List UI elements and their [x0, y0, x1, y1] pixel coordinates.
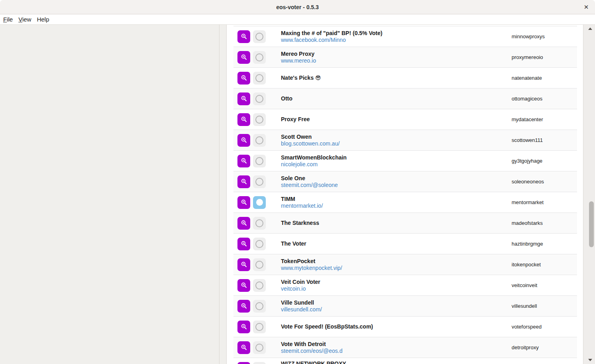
proxy-row: Scott Owen blog.scottowen.com.au/ scotto… — [233, 130, 577, 150]
proxy-radio[interactable] — [253, 72, 266, 85]
scroll-down-icon[interactable] — [588, 359, 592, 361]
proxy-row: WIZZ NETWORK PROXY — [233, 358, 577, 364]
close-icon[interactable]: ✕ — [581, 2, 592, 13]
proxy-row: Ville Sundell villesundell.com/ villesun… — [233, 295, 577, 316]
proxy-radio[interactable] — [253, 217, 266, 230]
proxy-radio[interactable] — [253, 51, 266, 64]
proxy-url-link[interactable]: villesundell.com/ — [281, 306, 322, 313]
proxy-radio[interactable] — [253, 258, 266, 271]
proxy-row: Maxing the # of "paid" BP! (0.5% Vote) w… — [233, 26, 577, 47]
proxy-url-link[interactable]: www.mereo.io — [281, 57, 316, 64]
proxy-row: The Voter haztinbrgmge — [233, 233, 577, 254]
scroll-up-icon[interactable] — [588, 28, 592, 30]
view-proxy-button[interactable] — [237, 134, 250, 147]
scrollbar-thumb[interactable] — [589, 201, 594, 247]
proxy-account: soleoneoneos — [512, 171, 577, 192]
proxy-row-buttons — [233, 275, 271, 295]
proxy-radio[interactable] — [253, 321, 266, 333]
view-proxy-button[interactable] — [237, 300, 250, 313]
proxy-url-link[interactable]: veitcoin.io — [281, 285, 306, 292]
proxy-row-buttons — [233, 109, 271, 130]
menu-file[interactable]: File — [3, 16, 13, 23]
proxy-row-buttons — [233, 213, 271, 233]
menu-view[interactable]: View — [18, 16, 31, 23]
proxy-row-buttons — [233, 130, 271, 150]
proxy-row-text: WIZZ NETWORK PROXY — [271, 358, 512, 364]
proxy-name: The Voter — [281, 240, 512, 247]
proxy-row-buttons — [233, 151, 271, 171]
proxy-account: itokenpocket — [512, 254, 577, 275]
view-proxy-button[interactable] — [237, 72, 250, 85]
view-proxy-button[interactable] — [237, 238, 250, 250]
proxy-url-link[interactable]: steemit.com/@soleone — [281, 182, 338, 189]
proxy-row-text: TokenPocket www.mytokenpocket.vip/ — [271, 254, 512, 275]
view-proxy-button[interactable] — [237, 217, 250, 230]
proxy-row: Proxy Free mydatacenter — [233, 109, 577, 130]
view-proxy-button[interactable] — [237, 155, 250, 167]
proxy-row-buttons — [233, 171, 271, 192]
proxy-account: mentormarket — [512, 192, 577, 212]
proxy-name: Otto — [281, 95, 512, 102]
proxy-account: proxymereoio — [512, 47, 577, 67]
proxy-name: Vote With Detroit — [281, 341, 512, 348]
proxy-rows: Maxing the # of "paid" BP! (0.5% Vote) w… — [233, 26, 577, 364]
view-proxy-button[interactable] — [237, 92, 250, 105]
view-proxy-button[interactable] — [237, 196, 250, 209]
proxy-url-link[interactable]: nicolejolie.com — [281, 161, 318, 168]
proxy-name: Scott Owen — [281, 134, 512, 140]
proxy-account: veitcoinveit — [512, 275, 577, 295]
proxy-account: madeofstarks — [512, 213, 577, 233]
zoom-in-icon — [241, 220, 247, 226]
proxy-url-link[interactable]: www.facebook.com/Minno — [281, 37, 346, 43]
proxy-radio[interactable] — [253, 238, 266, 250]
proxy-row: Sole One steemit.com/@soleone soleoneone… — [233, 171, 577, 192]
proxy-row-buttons — [233, 337, 271, 358]
proxy-row-text: Sole One steemit.com/@soleone — [271, 171, 512, 192]
view-proxy-button[interactable] — [237, 51, 250, 64]
proxy-name: The Starkness — [281, 220, 512, 226]
proxy-row-text: TIMM mentormarket.io/ — [271, 192, 512, 212]
view-proxy-button[interactable] — [237, 341, 250, 354]
view-proxy-button[interactable] — [237, 30, 250, 43]
proxy-radio[interactable] — [253, 300, 266, 313]
proxy-radio[interactable] — [253, 175, 266, 188]
view-proxy-button[interactable] — [237, 175, 250, 188]
proxy-radio[interactable] — [253, 92, 266, 105]
proxy-url-link[interactable]: mentormarket.io/ — [281, 203, 323, 209]
proxy-name: Sole One — [281, 175, 512, 182]
view-proxy-button[interactable] — [237, 279, 250, 292]
proxy-row-buttons — [233, 358, 271, 364]
proxy-radio[interactable] — [253, 196, 266, 209]
proxy-radio[interactable] — [253, 155, 266, 167]
proxy-row-text: Proxy Free — [271, 109, 512, 130]
proxy-row: Nate's Picks 😎 natenatenate — [233, 67, 577, 88]
proxy-radio[interactable] — [253, 341, 266, 354]
proxy-row-text: The Starkness — [271, 213, 512, 233]
proxy-name: TIMM — [281, 196, 512, 203]
view-proxy-button[interactable] — [237, 258, 250, 271]
left-panel — [0, 25, 227, 364]
view-proxy-button[interactable] — [237, 321, 250, 333]
proxy-row-buttons — [233, 234, 271, 254]
proxy-radio[interactable] — [253, 134, 266, 147]
proxy-radio[interactable] — [253, 113, 266, 126]
proxy-row: SmartWomenBlockchain nicolejolie.com gy3… — [233, 150, 577, 171]
proxy-radio[interactable] — [253, 279, 266, 292]
view-proxy-button[interactable] — [237, 113, 250, 126]
proxy-url-link[interactable]: steemit.com/eos/@eos.d — [281, 348, 342, 354]
proxy-radio[interactable] — [253, 30, 266, 43]
view-proxy-button[interactable] — [237, 362, 250, 364]
vertical-scrollbar[interactable] — [583, 25, 595, 364]
proxy-row: The Starkness madeofstarks — [233, 212, 577, 233]
main-content: Maxing the # of "paid" BP! (0.5% Vote) w… — [227, 25, 583, 364]
menu-help[interactable]: Help — [37, 16, 49, 23]
proxy-name: Ville Sundell — [281, 299, 512, 306]
proxy-account: villesundell — [512, 296, 577, 316]
proxy-account — [512, 358, 577, 364]
proxy-url-link[interactable]: www.mytokenpocket.vip/ — [281, 265, 342, 272]
zoom-in-icon — [241, 54, 247, 61]
proxy-url-link[interactable]: blog.scottowen.com.au/ — [281, 140, 340, 147]
proxy-radio[interactable] — [253, 362, 266, 364]
proxy-row-text: SmartWomenBlockchain nicolejolie.com — [271, 151, 512, 171]
proxy-account: natenatenate — [512, 68, 577, 88]
